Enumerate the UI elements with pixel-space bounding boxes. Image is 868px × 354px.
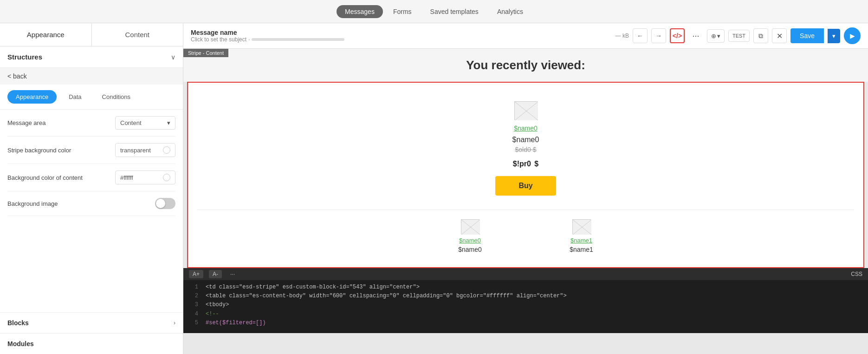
message-area-arrow: ▾	[167, 119, 170, 126]
test-button[interactable]: TEST	[728, 30, 750, 42]
code-toolbar: A+ A- ··· CSS	[183, 268, 868, 280]
save-dropdown-button[interactable]: ▾	[828, 29, 840, 43]
product-mini-link-1[interactable]: $name1	[535, 237, 628, 244]
form-section: Message area Content ▾ Stripe background…	[0, 110, 183, 312]
main-product-image	[514, 101, 538, 120]
font-increase-button[interactable]: A+	[189, 270, 203, 278]
bg-image-label: Background image	[7, 200, 155, 207]
subject-bar	[252, 38, 344, 41]
form-row-message-area: Message area Content ▾	[7, 110, 175, 137]
email-title-area: You recently viewed:	[183, 49, 868, 82]
code-text-4: <!--	[206, 310, 219, 319]
main-layout: Appearance Content Structures ∨ < back A…	[0, 23, 868, 354]
form-row-bg-content: Background color of content #ffffff	[7, 164, 175, 191]
code-text-3: <tbody>	[206, 301, 229, 309]
code-text-2: <table class="es-content-body" width="60…	[206, 292, 567, 301]
more-options-button[interactable]: ···	[688, 28, 703, 43]
panel-tabs: Appearance Content	[0, 23, 183, 46]
sub-tab-conditions[interactable]: Conditions	[94, 90, 139, 104]
sub-tab-appearance[interactable]: Appearance	[7, 90, 57, 104]
form-row-stripe-bg: Stripe background color transparent	[7, 137, 175, 164]
main-product-price-suffix: $	[534, 160, 538, 168]
blocks-section-header[interactable]: Blocks ›	[0, 312, 183, 333]
main-product-link[interactable]: $name0	[197, 125, 854, 132]
modules-section-header[interactable]: Modules	[0, 333, 183, 354]
bg-image-toggle[interactable]	[155, 198, 175, 209]
code-more-button[interactable]: ···	[227, 270, 238, 278]
close-button[interactable]: ✕	[772, 28, 787, 43]
sub-tab-data[interactable]: Data	[60, 90, 90, 104]
list-item: $name1 $name1	[535, 219, 628, 253]
product-mini-link-0[interactable]: $name0	[424, 237, 517, 244]
code-lines: 1 <td class="esd-stripe" esd-custom-bloc…	[183, 280, 868, 330]
product-mini-image-0	[461, 219, 479, 234]
kb-label: — kB	[615, 33, 629, 39]
test-label: TEST	[732, 33, 745, 39]
language-button[interactable]: ⊕ ▾	[707, 29, 725, 43]
message-area-select[interactable]: Content ▾	[115, 116, 175, 130]
main-product-card: $name0 $name0 $old0 $ $!pr0 $ Buy	[197, 92, 854, 210]
right-area: Message name Click to set the subject · …	[183, 23, 868, 354]
message-name: Message name	[191, 29, 612, 36]
click-subject-text[interactable]: Click to set the subject	[191, 36, 246, 43]
dot-separator: ·	[248, 36, 250, 43]
code-editor: A+ A- ··· CSS 1 <td class="esd-stripe" e…	[183, 268, 868, 333]
back-button[interactable]: < back	[0, 68, 183, 85]
bg-content-label: Background color of content	[7, 174, 115, 181]
bg-content-swatch	[163, 174, 170, 181]
toggle-knob	[156, 199, 165, 208]
product-row: $name0 $name0 $name1 $name1	[197, 210, 854, 258]
blocks-label: Blocks	[7, 319, 29, 327]
blocks-arrow-icon: ›	[174, 320, 175, 326]
structures-title: Structures	[7, 53, 42, 61]
left-panel: Appearance Content Structures ∨ < back A…	[0, 23, 183, 354]
tab-saved-templates[interactable]: Saved templates	[422, 5, 487, 18]
list-item: $name0 $name0	[424, 219, 517, 253]
main-product-price-value: $!pr0	[513, 160, 531, 168]
bg-content-value: #ffffff	[120, 174, 133, 181]
line-num-2: 2	[189, 292, 198, 301]
click-subject: Click to set the subject ·	[191, 36, 612, 43]
toolbar-left: Message name Click to set the subject ·	[191, 29, 612, 43]
line-num-3: 3	[189, 301, 198, 309]
code-view-button[interactable]: </>	[670, 28, 685, 43]
globe-icon: ⊕	[711, 33, 716, 39]
font-decrease-button[interactable]: A-	[209, 270, 222, 278]
play-button[interactable]: ▶	[844, 27, 861, 44]
sub-tabs: Appearance Data Conditions	[0, 85, 183, 110]
line-num-5: 5	[189, 319, 198, 328]
main-product-name: $name0	[197, 136, 854, 144]
line-num-4: 4	[189, 310, 198, 319]
form-row-bg-image: Background image	[7, 191, 175, 216]
globe-arrow-icon: ▾	[717, 33, 720, 39]
top-navigation: Messages Forms Saved templates Analytics	[0, 0, 868, 23]
code-text-1: <td class="esd-stripe" esd-custom-block-…	[206, 283, 420, 292]
buy-button[interactable]: Buy	[495, 176, 556, 196]
stripe-bg-value: transparent	[120, 147, 151, 154]
code-line-3: 3 <tbody>	[189, 301, 862, 309]
css-button[interactable]: CSS	[851, 271, 862, 277]
email-title: You recently viewed:	[193, 58, 859, 72]
message-area-label: Message area	[7, 119, 115, 126]
undo-button[interactable]: ←	[633, 28, 648, 43]
tab-messages[interactable]: Messages	[337, 5, 383, 18]
code-line-1: 1 <td class="esd-stripe" esd-custom-bloc…	[189, 283, 862, 292]
product-mini-image-1	[572, 219, 591, 234]
product-mini-name-0: $name0	[424, 246, 517, 253]
copy-button[interactable]: ⧉	[753, 28, 768, 43]
redo-button[interactable]: →	[651, 28, 666, 43]
stripe-bg-color-input[interactable]: transparent	[115, 143, 175, 157]
code-text-5: #set($filtered=[])	[206, 319, 266, 328]
tab-content[interactable]: Content	[92, 23, 183, 46]
product-mini-name-1: $name1	[535, 246, 628, 253]
line-num-1: 1	[189, 283, 198, 292]
stripe-bg-swatch	[163, 146, 170, 154]
save-button[interactable]: Save	[790, 28, 824, 43]
bg-content-color-input[interactable]: #ffffff	[115, 170, 175, 184]
modules-label: Modules	[7, 340, 34, 347]
structures-collapse-btn[interactable]: ∨	[171, 53, 175, 61]
tab-appearance[interactable]: Appearance	[0, 23, 91, 46]
tab-analytics[interactable]: Analytics	[489, 5, 531, 18]
canvas-area: You recently viewed: Stripe - Content $n…	[183, 49, 868, 354]
tab-forms[interactable]: Forms	[385, 5, 420, 18]
